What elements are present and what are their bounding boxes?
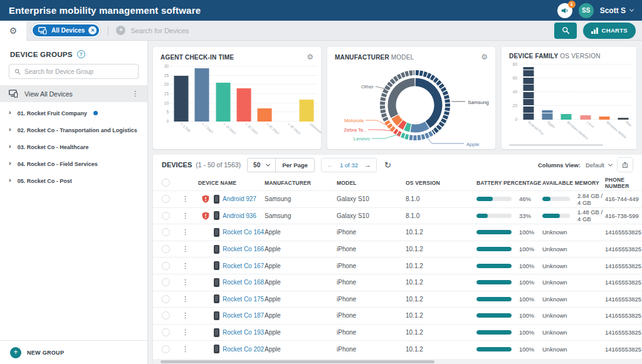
os-version-cell: 10.1.2 — [406, 296, 476, 303]
row-kebab-menu-icon[interactable]: ⋮ — [178, 295, 198, 303]
bar-Apple[interactable] — [542, 110, 553, 120]
bar-< 1 Day[interactable] — [174, 76, 188, 122]
chevron-right-icon[interactable]: › — [9, 160, 11, 167]
sidebar-item-group-2[interactable]: ›02. Rocket Co - Transportation and Logi… — [0, 122, 147, 138]
page-indicator[interactable]: 1 of 32 — [340, 162, 358, 169]
device-search-input[interactable] — [130, 27, 268, 34]
device-name-link[interactable]: Rocket Co 168 — [223, 279, 264, 286]
donut-slice-Motorola-inner[interactable] — [395, 117, 400, 123]
group-search-input[interactable] — [24, 68, 133, 75]
bar-< 60 Days[interactable] — [258, 108, 272, 122]
column-header-battery-percentage[interactable]: BATTERY PERCENTAGE — [476, 180, 542, 186]
device-name-link[interactable]: Rocket Co 164 — [223, 229, 264, 236]
row-checkbox[interactable] — [162, 228, 170, 236]
donut-slice-Samsung-inner[interactable] — [416, 82, 438, 125]
sidebar-item-group-1[interactable]: ›01. Rocket Fruit Company — [0, 105, 147, 122]
gear-icon[interactable]: ⚙ — [481, 53, 488, 61]
previous-page-button[interactable]: ← — [327, 161, 334, 169]
row-kebab-menu-icon[interactable]: ⋮ — [178, 195, 198, 203]
bar-Android Plus[interactable] — [524, 67, 534, 120]
row-kebab-menu-icon[interactable]: ⋮ — [178, 212, 198, 220]
export-button[interactable] — [617, 157, 633, 172]
donut-slice-Apple-inner[interactable] — [411, 125, 428, 128]
device-name-link[interactable]: Rocket Co 167 — [223, 263, 264, 269]
sidebar-item-view-all-devices[interactable]: View All Devices ⋮ — [0, 85, 147, 102]
remove-filter-icon[interactable]: ✕ — [88, 26, 97, 34]
bar-Windows Modern[interactable] — [561, 114, 572, 120]
notifications-button[interactable]: 1 — [557, 3, 572, 18]
row-checkbox[interactable] — [162, 195, 170, 203]
donut-slice-Apple-outer[interactable] — [409, 133, 432, 138]
chevron-right-icon[interactable]: › — [9, 126, 11, 133]
add-filter-icon[interactable]: + — [116, 26, 125, 35]
charts-button[interactable]: CHARTS — [583, 23, 636, 39]
device-group-list: ›01. Rocket Fruit Company›02. Rocket Co … — [0, 105, 147, 189]
bar-Linux[interactable] — [580, 115, 591, 120]
bar-Unknown[interactable] — [300, 100, 314, 122]
bar-< 14 Days[interactable] — [216, 83, 230, 122]
device-name-cell: Android 927 — [198, 195, 265, 204]
row-kebab-menu-icon[interactable]: ⋮ — [178, 311, 198, 320]
search-button[interactable] — [554, 23, 577, 39]
row-checkbox[interactable] — [162, 245, 170, 253]
new-group-button[interactable]: + NEW GROUP — [0, 340, 147, 364]
row-kebab-menu-icon[interactable]: ⋮ — [178, 278, 198, 286]
chevron-right-icon[interactable]: › — [9, 143, 11, 150]
row-checkbox[interactable] — [162, 278, 170, 286]
bar-< 30 Days[interactable] — [236, 88, 251, 122]
row-checkbox[interactable] — [162, 212, 170, 220]
row-kebab-menu-icon[interactable]: ⋮ — [178, 345, 198, 353]
device-name-link[interactable]: Rocket Co 166 — [223, 246, 264, 252]
column-header-model[interactable]: MODEL — [337, 180, 406, 186]
memory-cell: Unknown — [542, 263, 605, 269]
gear-icon[interactable]: ⚙ — [307, 53, 313, 61]
column-header-phone-number[interactable]: PHONE NUMBER — [605, 177, 642, 189]
row-kebab-menu-icon[interactable]: ⋮ — [178, 262, 198, 270]
column-header-device-name[interactable]: DEVICE NAME — [198, 180, 265, 186]
chevron-right-icon[interactable]: › — [9, 109, 11, 116]
user-avatar[interactable]: SS — [579, 3, 594, 18]
row-kebab-menu-icon[interactable]: ⋮ — [178, 245, 198, 253]
select-all-checkbox[interactable] — [162, 179, 170, 187]
device-name-link[interactable]: Rocket Co 175 — [223, 296, 264, 303]
column-header-available-memory[interactable]: AVAILABLE MEMORY — [542, 180, 605, 186]
donut-slice-Other-inner[interactable] — [392, 82, 414, 116]
x-tick-slot: Windows Modern — [558, 120, 577, 136]
scrollbar-thumb[interactable] — [160, 360, 434, 363]
sidebar-item-group-5[interactable]: ›05. Rocket Co - Post — [0, 172, 147, 189]
row-checkbox[interactable] — [162, 311, 170, 320]
refresh-icon[interactable]: ↻ — [384, 160, 391, 170]
row-checkbox[interactable] — [162, 295, 170, 303]
device-name-link[interactable]: Rocket Co 202 — [223, 346, 264, 353]
row-checkbox[interactable] — [162, 262, 170, 270]
next-page-button[interactable]: → — [364, 161, 371, 169]
help-icon[interactable]: ? — [77, 50, 85, 58]
device-name-link[interactable]: Android 936 — [223, 212, 256, 219]
column-header-os-version[interactable]: OS VERSION — [406, 180, 476, 186]
bar-< 7 Days[interactable] — [195, 68, 209, 122]
column-header-manufacturer[interactable]: MANUFACTURER — [265, 180, 337, 186]
sidebar-item-group-4[interactable]: ›04. Rocket Co - Field Services — [0, 155, 147, 172]
kebab-menu-icon[interactable]: ⋮ — [132, 90, 139, 97]
user-menu[interactable]: Scott S — [600, 6, 633, 15]
columns-view-select[interactable]: Default — [586, 162, 612, 169]
row-kebab-menu-icon[interactable]: ⋮ — [178, 328, 198, 336]
donut-slice-Lenovo-inner[interactable] — [406, 127, 411, 128]
chevron-right-icon[interactable]: › — [9, 177, 11, 184]
per-page-select[interactable]: 50 — [248, 159, 276, 172]
row-checkbox[interactable] — [162, 328, 170, 336]
donut-slice-Zebra Te..-inner[interactable] — [401, 123, 405, 126]
device-family-bar-chart: 020406080Android PlusAppleWindows Modern… — [502, 61, 636, 136]
device-name-link[interactable]: Rocket Co 193 — [223, 329, 264, 336]
row-checkbox[interactable] — [162, 345, 170, 353]
device-name-link[interactable]: Android 927 — [223, 195, 256, 202]
available-memory-value: Unknown — [542, 296, 567, 303]
sidebar-item-group-3[interactable]: ›03. Rocket Co - Healthcare — [0, 138, 147, 155]
battery-percentage-value: 46% — [519, 195, 531, 202]
chart-scrollbar[interactable] — [509, 144, 603, 146]
filter-chip-all-devices[interactable]: All Devices ✕ — [31, 23, 100, 38]
settings-button[interactable]: ⚙ — [0, 21, 26, 41]
donut-slice-Lenovo-outer[interactable] — [402, 135, 409, 137]
device-name-link[interactable]: Rocket Co 187 — [223, 312, 264, 319]
row-kebab-menu-icon[interactable]: ⋮ — [178, 228, 198, 236]
